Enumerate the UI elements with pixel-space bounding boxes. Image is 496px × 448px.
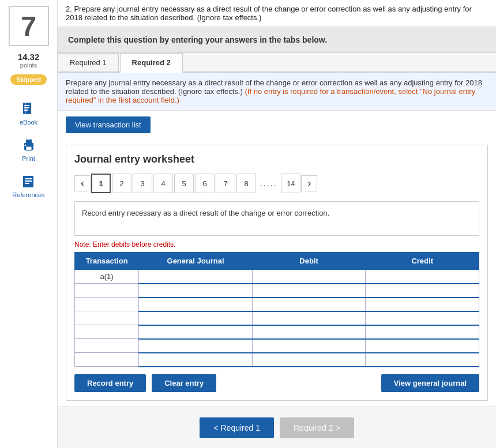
table-row [75,339,479,353]
table-row-debit-4[interactable] [252,325,366,339]
debit-input-3[interactable] [253,312,366,325]
table-row-transaction-3 [75,311,139,325]
table-row-debit-2[interactable] [252,298,366,311]
page-3-button[interactable]: 3 [133,174,152,193]
table-row [75,284,479,298]
journal-input-4[interactable] [139,326,252,338]
svg-rect-11 [25,180,32,182]
question-number: 7 [9,6,49,46]
svg-rect-4 [24,110,28,111]
sidebar-item-references[interactable]: References [12,174,44,198]
svg-rect-7 [26,146,32,150]
journal-input-2[interactable] [139,298,252,311]
page-6-button[interactable]: 6 [195,174,215,193]
table-row-debit-1[interactable] [252,284,366,298]
tab-required1[interactable]: Required 1 [58,53,119,71]
table-row-credit-0[interactable] [366,270,479,284]
prev-required-button[interactable]: < Required 1 [200,417,274,438]
table-row-transaction-6 [75,353,139,367]
svg-rect-6 [26,140,32,144]
entry-description: Record entry necessary as a direct resul… [74,201,479,236]
credit-input-4[interactable] [366,326,479,338]
table-row-journal-5[interactable] [139,339,253,353]
print-label: Print [22,155,35,162]
journal-input-6[interactable] [139,353,252,366]
table-row-debit-3[interactable] [252,311,366,325]
page-8-button[interactable]: 8 [236,174,256,193]
sidebar-item-print[interactable]: Print [21,137,37,162]
table-row: a(1) [75,270,479,284]
page-5-button[interactable]: 5 [174,174,194,193]
svg-rect-12 [25,183,29,184]
record-entry-button[interactable]: Record entry [74,374,146,392]
table-row-transaction-4 [75,325,139,339]
table-row [75,311,479,325]
journal-input-3[interactable] [139,312,252,325]
page-7-button[interactable]: 7 [216,174,235,193]
table-row-debit-6[interactable] [252,353,366,367]
debit-input-2[interactable] [253,298,366,311]
debit-input-4[interactable] [253,326,366,338]
instructions: Prepare any journal entry necessary as a… [58,73,496,111]
page-4-button[interactable]: 4 [153,174,173,193]
page-ellipsis: ..... [257,179,280,188]
svg-rect-10 [25,178,32,179]
table-row-credit-4[interactable] [366,325,479,339]
debit-input-1[interactable] [253,284,366,297]
debit-input-0[interactable] [253,270,366,283]
action-buttons: Record entry Clear entry View general jo… [74,374,479,392]
next-required-button[interactable]: Required 2 > [280,417,354,438]
references-label: References [12,191,44,198]
main-content: 2. Prepare any journal entry necessary a… [58,0,496,448]
table-row-credit-2[interactable] [366,298,479,311]
credit-input-5[interactable] [366,340,479,352]
col-credit: Credit [366,253,479,270]
tab-required2[interactable]: Required 2 [120,53,183,73]
svg-rect-2 [24,105,29,106]
next-page-button[interactable]: › [301,175,317,191]
debit-input-5[interactable] [253,340,366,352]
page-1-button[interactable]: 1 [91,174,111,193]
table-row-credit-3[interactable] [366,311,479,325]
table-row-transaction-0: a(1) [75,270,139,284]
credit-input-1[interactable] [366,284,479,297]
journal-input-0[interactable] [139,270,252,283]
bottom-nav: < Required 1 Required 2 > [58,406,496,449]
prev-page-button[interactable]: ‹ [74,175,91,191]
journal-input-5[interactable] [139,340,252,352]
view-general-journal-button[interactable]: View general journal [381,374,479,392]
table-row-journal-6[interactable] [139,353,253,367]
journal-input-1[interactable] [139,284,252,297]
page-2-button[interactable]: 2 [112,174,131,193]
credit-input-6[interactable] [366,353,479,366]
table-row-journal-0[interactable] [139,270,253,284]
skipped-badge: Skipped [10,74,47,85]
sidebar-item-ebook[interactable]: eBook [20,101,37,126]
pagination: ‹ 1 2 3 4 5 6 7 8 ..... 14 › [74,174,479,193]
worksheet-title: Journal entry worksheet [74,153,479,165]
table-row-journal-3[interactable] [139,311,253,325]
table-row-credit-1[interactable] [366,284,479,298]
ebook-label: eBook [20,119,37,126]
credit-input-2[interactable] [366,298,479,311]
complete-banner: Complete this question by entering your … [58,27,496,53]
table-row-credit-5[interactable] [366,339,479,353]
table-row-credit-6[interactable] [366,353,479,367]
note-text: Note: Enter debits before credits. [74,240,479,249]
table-row-debit-0[interactable] [252,270,366,284]
clear-entry-button[interactable]: Clear entry [152,374,216,392]
table-row [75,325,479,339]
table-row-journal-4[interactable] [139,325,253,339]
page-14-button[interactable]: 14 [281,174,300,193]
credit-input-0[interactable] [366,270,479,283]
credit-input-3[interactable] [366,312,479,325]
table-row-journal-2[interactable] [139,298,253,311]
table-row-journal-1[interactable] [139,284,253,298]
view-transaction-button[interactable]: View transaction list [66,116,151,133]
debit-input-6[interactable] [253,353,366,366]
table-row-transaction-1 [75,284,139,298]
sidebar: 7 14.32 points Skipped eBook Print [0,0,58,448]
svg-point-8 [24,145,26,146]
table-row-debit-5[interactable] [252,339,366,353]
table-row [75,353,479,367]
